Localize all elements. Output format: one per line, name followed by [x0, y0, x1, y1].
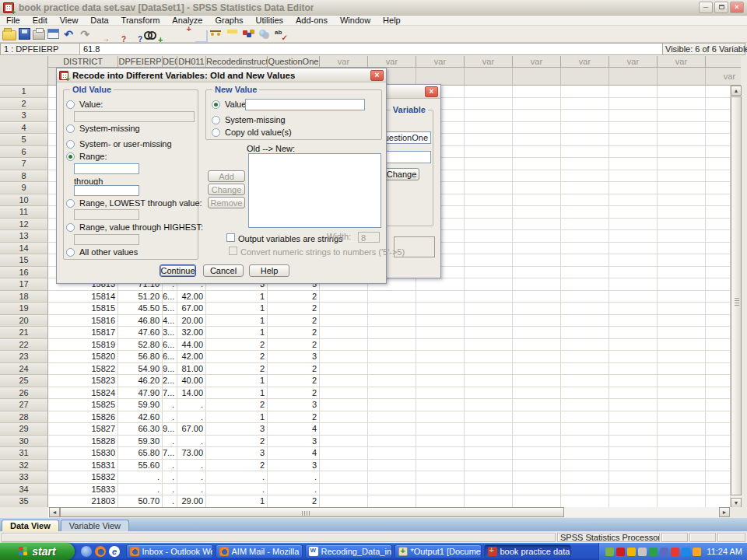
row-number[interactable]: 27: [0, 399, 48, 411]
cell[interactable]: .: [163, 484, 177, 496]
row-number[interactable]: 6: [0, 146, 48, 159]
save-icon[interactable]: [19, 28, 30, 40]
tab-variable-view[interactable]: Variable View: [61, 520, 129, 531]
row-number[interactable]: 24: [0, 363, 48, 376]
cell[interactable]: 46.20: [118, 375, 163, 387]
row-number[interactable]: 19: [0, 303, 48, 315]
cell[interactable]: 14.00: [177, 387, 206, 400]
row-number[interactable]: 33: [0, 471, 48, 484]
cell[interactable]: 6...: [163, 339, 177, 352]
cell[interactable]: 6...: [163, 291, 177, 303]
cell[interactable]: 15814: [48, 291, 118, 303]
copy-old-values-radio[interactable]: Copy old value(s): [212, 128, 292, 137]
start-button[interactable]: start: [0, 543, 75, 560]
tray-icon[interactable]: [671, 548, 679, 556]
taskbar-button[interactable]: Inbox - Outlook Web ...: [126, 544, 213, 558]
cell[interactable]: 2: [206, 363, 268, 376]
row-number[interactable]: 35: [0, 495, 48, 508]
cell[interactable]: .: [163, 436, 177, 448]
goto-variable-icon[interactable]: [110, 27, 124, 41]
cell[interactable]: .: [118, 484, 163, 496]
cell[interactable]: 4: [268, 423, 320, 436]
cell[interactable]: .: [177, 471, 206, 484]
menu-item[interactable]: Edit: [26, 16, 54, 26]
tray-icon[interactable]: [682, 548, 690, 556]
row-number[interactable]: 20: [0, 315, 48, 327]
cell[interactable]: .: [177, 399, 206, 411]
cell[interactable]: 7...: [163, 387, 177, 400]
var-column-header[interactable]: var: [320, 56, 368, 68]
help-button[interactable]: Help: [249, 264, 289, 277]
row-number[interactable]: 17: [0, 278, 48, 291]
cell[interactable]: 15820: [48, 351, 118, 363]
row-number[interactable]: 34: [0, 484, 48, 496]
row-number[interactable]: 8: [0, 170, 48, 183]
menu-item[interactable]: Data: [84, 16, 114, 26]
var-column-header[interactable]: var: [513, 56, 561, 68]
cell[interactable]: .: [163, 471, 177, 484]
row-number[interactable]: 14: [0, 243, 48, 255]
cell[interactable]: 15815: [48, 303, 118, 315]
cell[interactable]: .: [163, 460, 177, 472]
cell[interactable]: 45.50: [118, 303, 163, 315]
var-column-header[interactable]: var: [465, 56, 513, 68]
split-file-icon[interactable]: [192, 27, 206, 41]
row-number[interactable]: 3: [0, 110, 48, 122]
menu-item[interactable]: Help: [377, 16, 407, 26]
cell[interactable]: 15828: [48, 436, 118, 448]
cell[interactable]: 9...: [163, 363, 177, 376]
cell[interactable]: 46.80: [118, 315, 163, 327]
cell[interactable]: 15827: [48, 423, 118, 436]
cell[interactable]: 3: [268, 351, 320, 363]
row-number[interactable]: 22: [0, 339, 48, 352]
row-number[interactable]: 31: [0, 447, 48, 460]
cell[interactable]: 15817: [48, 327, 118, 339]
print-icon[interactable]: [33, 30, 45, 40]
cell[interactable]: 4...: [163, 315, 177, 327]
column-header[interactable]: DISTRICT: [48, 56, 118, 68]
column-header[interactable]: QuestionOne: [268, 56, 320, 68]
row-number[interactable]: 25: [0, 375, 48, 387]
row-number[interactable]: 1: [0, 86, 48, 98]
row-number[interactable]: 15: [0, 254, 48, 267]
cell[interactable]: 6...: [163, 351, 177, 363]
cell[interactable]: .: [268, 471, 320, 484]
cell[interactable]: 40.00: [177, 375, 206, 387]
cell[interactable]: 59.30: [118, 436, 163, 448]
find-icon[interactable]: [143, 27, 157, 41]
restore-button[interactable]: [714, 2, 728, 13]
horizontal-scrollbar[interactable]: ◄ ►: [49, 507, 730, 517]
undo-icon[interactable]: [61, 27, 75, 41]
cell[interactable]: 3: [206, 423, 268, 436]
cell[interactable]: 67.00: [177, 303, 206, 315]
cell[interactable]: 2: [268, 291, 320, 303]
cell[interactable]: 1: [206, 375, 268, 387]
cell[interactable]: 2: [206, 351, 268, 363]
tray-icon[interactable]: [627, 548, 636, 556]
cell[interactable]: .: [177, 436, 206, 448]
change-button[interactable]: Change: [384, 168, 419, 180]
system-or-user-missing-radio[interactable]: System- or user-missing: [66, 139, 172, 149]
new-value-field[interactable]: [245, 99, 365, 110]
row-number[interactable]: 4: [0, 122, 48, 135]
variables-info-icon[interactable]: [127, 27, 141, 41]
cell[interactable]: 29.00: [177, 495, 206, 508]
cell[interactable]: 5...: [163, 303, 177, 315]
close-button[interactable]: ×: [730, 2, 744, 13]
cell[interactable]: .: [206, 471, 268, 484]
vertical-scroll-thumb[interactable]: [731, 96, 742, 495]
all-other-values-radio[interactable]: All other values: [66, 247, 138, 257]
cell[interactable]: .: [163, 495, 177, 508]
row-number[interactable]: 21: [0, 327, 48, 339]
cell[interactable]: 2: [268, 387, 320, 400]
value-labels-icon[interactable]: [225, 27, 239, 41]
tab-data-view[interactable]: Data View: [2, 520, 59, 531]
cell[interactable]: 2: [206, 339, 268, 352]
cell[interactable]: 20.00: [177, 315, 206, 327]
cell[interactable]: 1: [206, 495, 268, 508]
cell[interactable]: 42.60: [118, 411, 163, 424]
cell[interactable]: 54.90: [118, 363, 163, 376]
scroll-left-arrow[interactable]: ◄: [49, 507, 60, 517]
tray-icon[interactable]: [616, 548, 625, 556]
cell[interactable]: .: [163, 399, 177, 411]
